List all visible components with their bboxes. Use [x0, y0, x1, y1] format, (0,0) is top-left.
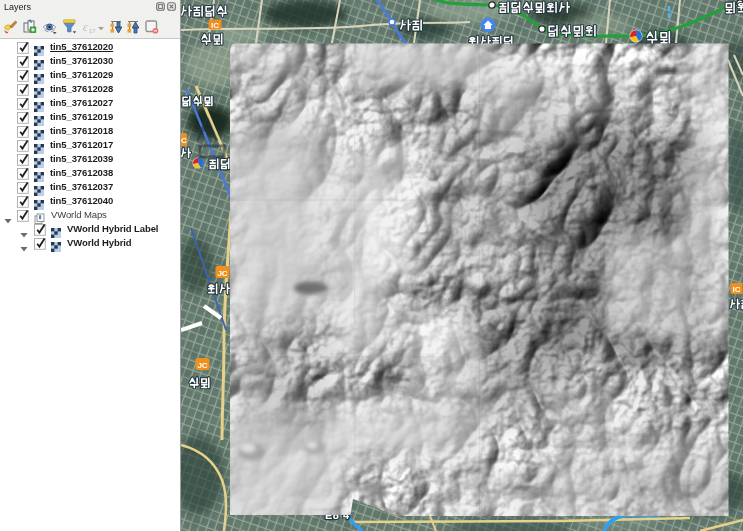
svg-text:IC: IC: [211, 21, 219, 30]
svg-text:JC: JC: [197, 361, 207, 370]
svg-text:17: 17: [89, 28, 96, 34]
svg-text:C: C: [181, 136, 187, 145]
svg-text:IC: IC: [733, 285, 741, 294]
svg-text:ε: ε: [83, 20, 88, 34]
svg-text:JC: JC: [217, 269, 227, 278]
